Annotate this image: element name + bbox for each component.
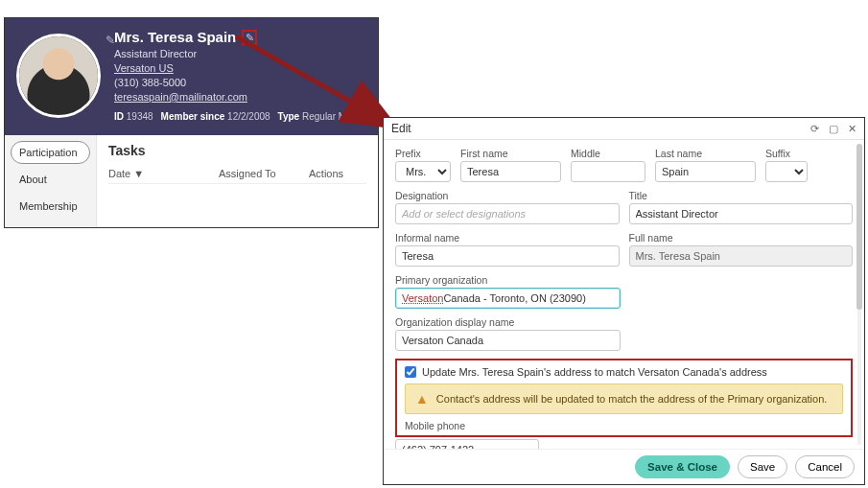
col-date[interactable]: Date ▼	[108, 168, 219, 179]
dialog-titlebar: Edit ⟳ ▢ ✕	[384, 118, 864, 140]
maximize-icon[interactable]: ▢	[829, 123, 838, 135]
org-display-input[interactable]	[395, 330, 621, 351]
update-address-row[interactable]: Update Mrs. Teresa Spain's address to ma…	[405, 366, 843, 378]
tab-about[interactable]: About	[11, 168, 90, 191]
full-name-input	[629, 245, 854, 267]
refresh-icon[interactable]: ⟳	[810, 123, 819, 135]
tab-membership[interactable]: Membership	[11, 195, 90, 218]
label-suffix: Suffix	[765, 148, 808, 159]
informal-input[interactable]	[395, 245, 620, 267]
middle-input[interactable]	[571, 161, 645, 182]
close-icon[interactable]: ✕	[848, 123, 856, 135]
dialog-body: Prefix Mrs. First name Middle Last name …	[384, 140, 864, 449]
edit-dialog: Edit ⟳ ▢ ✕ Prefix Mrs. First name Middle…	[383, 117, 865, 485]
save-button[interactable]: Save	[738, 455, 787, 478]
tasks-heading: Tasks	[108, 143, 366, 158]
profile-header: ✎ Mrs. Teresa Spain ✎ Assistant Director…	[5, 18, 378, 135]
tasks-panel: Tasks Date ▼ Assigned To Actions	[97, 135, 378, 227]
edit-contact-button[interactable]: ✎	[242, 30, 257, 45]
side-nav: Participation About Membership	[5, 135, 97, 227]
label-last: Last name	[655, 148, 756, 159]
designation-input[interactable]	[395, 203, 620, 224]
label-primary-org: Primary organization	[395, 274, 853, 286]
warning-icon: ▲	[415, 392, 429, 406]
save-close-button[interactable]: Save & Close	[635, 455, 730, 478]
update-address-checkbox[interactable]	[405, 366, 416, 378]
profile-card: ✎ Mrs. Teresa Spain ✎ Assistant Director…	[4, 17, 379, 228]
mobile-input[interactable]	[395, 439, 539, 449]
label-informal: Informal name	[395, 232, 620, 244]
alert-text: Contact's address will be updated to mat…	[436, 393, 827, 405]
label-org-display: Organization display name	[395, 316, 853, 328]
cancel-button[interactable]: Cancel	[795, 455, 855, 478]
update-address-label: Update Mrs. Teresa Spain's address to ma…	[422, 366, 767, 378]
avatar	[16, 34, 101, 118]
label-title: Title	[629, 190, 854, 201]
contact-email-link[interactable]: teresaspain@mailinator.com	[114, 90, 411, 105]
title-input[interactable]	[629, 203, 854, 224]
suffix-select[interactable]	[765, 161, 808, 182]
tasks-header-row: Date ▼ Assigned To Actions	[108, 168, 366, 184]
dialog-title: Edit	[391, 122, 411, 135]
contact-title: Assistant Director	[114, 47, 411, 61]
tab-participation[interactable]: Participation	[11, 141, 90, 164]
col-actions: Actions	[309, 168, 366, 179]
contact-org-link[interactable]: Versaton US	[114, 61, 411, 76]
label-designation: Designation	[395, 190, 620, 201]
col-assigned[interactable]: Assigned To	[219, 168, 309, 179]
last-input[interactable]	[655, 161, 756, 182]
prefix-select[interactable]: Mrs.	[395, 161, 451, 182]
label-full: Full name	[629, 232, 854, 244]
address-update-callout: Update Mrs. Teresa Spain's address to ma…	[395, 359, 853, 437]
dialog-footer: Save & Close Save Cancel	[384, 449, 864, 484]
label-first: First name	[460, 148, 561, 159]
primary-org-input[interactable]: Versaton Canada - Toronto, ON (23090)	[395, 288, 621, 309]
contact-phone: (310) 388-5000	[114, 76, 411, 90]
contact-name: Mrs. Teresa Spain	[114, 28, 236, 47]
label-middle: Middle	[571, 148, 645, 159]
scrollbar[interactable]	[855, 144, 862, 445]
sort-desc-icon: ▼	[133, 168, 144, 179]
first-input[interactable]	[460, 161, 561, 182]
alert-banner: ▲ Contact's address will be updated to m…	[405, 383, 843, 414]
label-mobile: Mobile phone	[405, 420, 843, 431]
contact-meta: ID 19348 Member since 12/2/2008 Type Reg…	[114, 110, 411, 124]
pencil-icon[interactable]: ✎	[106, 34, 115, 47]
label-prefix: Prefix	[395, 148, 451, 159]
